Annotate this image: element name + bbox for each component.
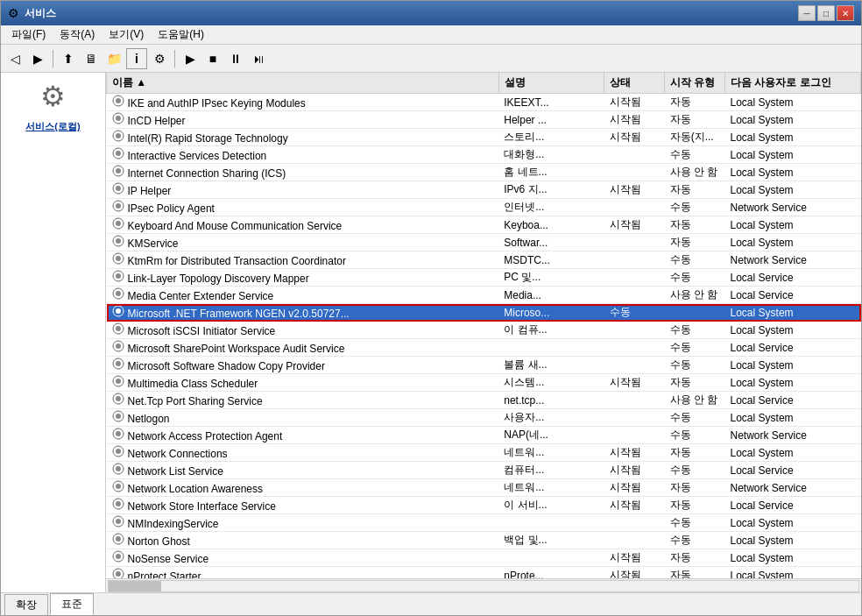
service-name: Network List Service	[128, 465, 223, 478]
service-name: Multimedia Class Scheduler	[128, 378, 258, 390]
left-panel-title[interactable]: 서비스(로컬)	[25, 120, 80, 133]
service-desc: 시스템...	[498, 374, 604, 392]
service-status	[604, 199, 665, 216]
menu-item-도움말H[interactable]: 도움말(H)	[151, 25, 211, 44]
maximize-button[interactable]: □	[817, 5, 835, 21]
table-row[interactable]: Norton Ghost백업 및...수동Local System	[107, 532, 861, 549]
svg-point-13	[116, 203, 121, 209]
table-row[interactable]: Internet Connection Sharing (ICS)홈 네트...…	[107, 164, 861, 181]
service-icon	[112, 287, 124, 300]
service-status: 시작됨	[604, 111, 665, 129]
svg-point-7	[116, 151, 121, 156]
menu-item-보기V[interactable]: 보기(V)	[102, 25, 151, 44]
service-desc: 사용자...	[498, 409, 604, 427]
table-row[interactable]: Intel(R) Rapid Storage Technology스토리...시…	[107, 129, 861, 146]
column-header-logon[interactable]: 다음 사용자로 로그인	[725, 73, 861, 94]
service-start-type: 자동	[665, 111, 725, 129]
toolbar-settings-button[interactable]: ⚙	[149, 48, 170, 69]
svg-point-33	[116, 379, 121, 384]
table-row[interactable]: Microsoft iSCSI Initiator Service이 컴퓨...…	[107, 322, 861, 339]
column-header-start[interactable]: 시작 유형	[665, 73, 725, 94]
table-row[interactable]: Media Center Extender ServiceMedia...사용 …	[107, 287, 861, 304]
service-desc: 인터넷...	[498, 199, 604, 216]
service-name: Network Location Awareness	[128, 483, 264, 495]
service-table-container[interactable]: 이름 ▲ 설명 상태 시작 유형 다음 사용자로 로그인 IKE and Aut…	[106, 73, 861, 578]
toolbar-up-button[interactable]: ⬆	[58, 48, 79, 69]
service-logon: Local System	[725, 146, 861, 164]
toolbar-computer-button[interactable]: 🖥	[81, 48, 102, 69]
table-row[interactable]: Net.Tcp Port Sharing Servicenet.tcp...사용…	[107, 392, 861, 409]
table-row[interactable]: nProtect StarternProte...시작됨자동Local Syst…	[107, 567, 861, 579]
column-header-name[interactable]: 이름 ▲	[107, 73, 499, 94]
table-row[interactable]: Microsoft .NET Framework NGEN v2.0.50727…	[107, 304, 861, 322]
svg-point-37	[116, 414, 121, 419]
table-row[interactable]: IKE and AuthIP IPsec Keying ModulesIKEEX…	[107, 94, 861, 111]
toolbar-separator-1	[53, 50, 53, 67]
toolbar-stop-button[interactable]: ■	[202, 48, 223, 69]
minimize-button[interactable]: ─	[798, 5, 816, 21]
toolbar-pause-button[interactable]: ⏸	[225, 48, 246, 69]
table-row[interactable]: InCD HelperHelper ...시작됨자동Local System	[107, 111, 861, 129]
service-start-type: 수동	[665, 251, 725, 269]
toolbar-info-button[interactable]: i	[126, 48, 147, 69]
toolbar-folder-button[interactable]: 📁	[103, 48, 124, 69]
toolbar-restart-button[interactable]: ⏯	[248, 48, 269, 69]
service-name: Interactive Services Detection	[128, 150, 267, 162]
service-name: IKE and AuthIP IPsec Keying Modules	[128, 97, 306, 110]
service-icon	[112, 550, 124, 563]
horizontal-scrollbar[interactable]	[106, 578, 861, 592]
menu-item-동작A[interactable]: 동작(A)	[53, 25, 102, 44]
toolbar-forward-button[interactable]: ▶	[27, 48, 48, 69]
service-status	[604, 392, 665, 409]
table-row[interactable]: Interactive Services Detection대화형...수동Lo…	[107, 146, 861, 164]
service-start-type: 자동	[665, 216, 725, 234]
window-title: 서비스	[25, 6, 56, 21]
table-row[interactable]: Netlogon사용자...수동Local System	[107, 409, 861, 427]
toolbar-back-button[interactable]: ◁	[4, 48, 25, 69]
service-name: IPsec Policy Agent	[128, 202, 215, 215]
table-row[interactable]: Network List Service컴퓨터...시작됨수동Local Ser…	[107, 462, 861, 479]
service-start-type	[665, 304, 725, 322]
table-row[interactable]: Network Store Interface Service이 서비...시작…	[107, 497, 861, 514]
table-row[interactable]: NMIndexingService수동Local System	[107, 514, 861, 532]
svg-point-5	[116, 133, 121, 138]
service-logon: Local Service	[725, 269, 861, 287]
table-row[interactable]: Microsoft Software Shadow Copy Provider볼…	[107, 357, 861, 374]
service-desc: 컴퓨터...	[498, 462, 604, 479]
table-row[interactable]: KtmRm for Distributed Transaction Coordi…	[107, 251, 861, 269]
tab-extended[interactable]: 확장	[4, 594, 48, 615]
service-desc: nProte...	[498, 567, 604, 579]
service-desc: PC 및...	[498, 269, 604, 287]
service-start-type: 자동	[665, 374, 725, 392]
table-row[interactable]: Network Location Awareness네트워...시작됨자동Net…	[107, 479, 861, 497]
table-row[interactable]: KMServiceSoftwar...자동Local System	[107, 234, 861, 251]
table-row[interactable]: IP HelperIPv6 지...시작됨자동Local System	[107, 181, 861, 199]
service-logon: Local System	[725, 532, 861, 549]
toolbar-play-button[interactable]: ▶	[180, 48, 201, 69]
service-name: Link-Layer Topology Discovery Mapper	[128, 273, 309, 285]
service-status: 시작됨	[604, 549, 665, 567]
service-start-type: 자동	[665, 479, 725, 497]
bottom-tabs: 확장 표준	[1, 592, 861, 615]
service-icon	[112, 358, 124, 370]
table-row[interactable]: Multimedia Class Scheduler시스템...시작됨자동Loc…	[107, 374, 861, 392]
table-row[interactable]: NoSense Service시작됨자동Local System	[107, 549, 861, 567]
service-start-type: 자동	[665, 444, 725, 462]
column-header-desc[interactable]: 설명	[498, 73, 604, 94]
table-row[interactable]: Network Access Protection AgentNAP(네...수…	[107, 427, 861, 444]
table-row[interactable]: Link-Layer Topology Discovery MapperPC 및…	[107, 269, 861, 287]
tab-standard[interactable]: 표준	[50, 593, 94, 615]
service-name: Keyboard And Mouse Communication Service	[128, 220, 343, 232]
service-start-type: 사용 안 함	[665, 392, 725, 409]
column-header-status[interactable]: 상태	[604, 73, 665, 94]
table-row[interactable]: Keyboard And Mouse Communication Service…	[107, 216, 861, 234]
services-icon: ⚙	[40, 80, 66, 113]
close-button[interactable]: ✕	[837, 5, 854, 21]
menu-item-파일F[interactable]: 파일(F)	[4, 25, 53, 44]
service-icon	[112, 480, 124, 492]
table-row[interactable]: IPsec Policy Agent인터넷...수동Network Servic…	[107, 199, 861, 216]
service-name: NMIndexingService	[128, 518, 219, 530]
table-row[interactable]: Microsoft SharePoint Workspace Audit Ser…	[107, 339, 861, 357]
table-row[interactable]: Network Connections네트워...시작됨자동Local Syst…	[107, 444, 861, 462]
service-desc	[498, 339, 604, 357]
